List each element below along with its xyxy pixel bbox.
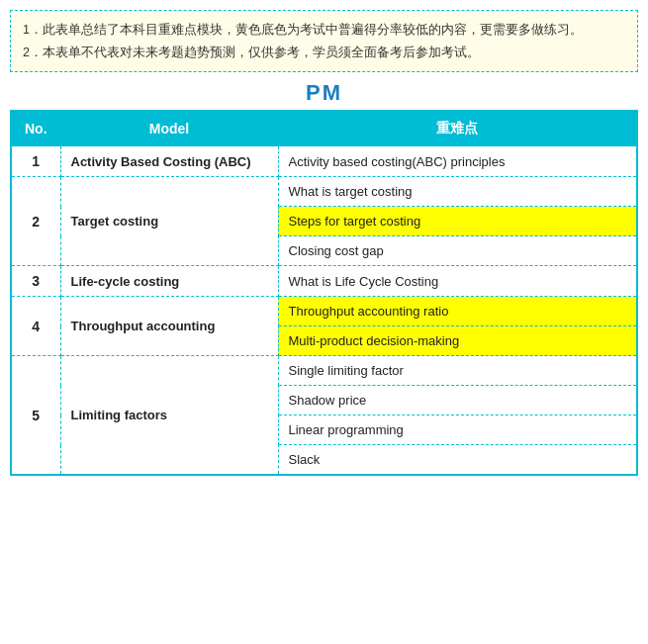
row-number: 3 bbox=[11, 266, 60, 297]
row-point: Single limiting factor bbox=[278, 356, 637, 386]
main-table: No. Model 重难点 1Activity Based Costing (A… bbox=[10, 110, 638, 476]
row-number: 1 bbox=[11, 146, 60, 177]
col-header-model: Model bbox=[60, 111, 278, 146]
table-row: 5Limiting factorsSingle limiting factor bbox=[11, 356, 637, 386]
row-number: 5 bbox=[11, 356, 60, 476]
row-number: 4 bbox=[11, 297, 60, 356]
row-point: Multi-product decision-making bbox=[278, 326, 637, 356]
notice-box: 1．此表单总结了本科目重难点模块，黄色底色为考试中普遍得分率较低的内容，更需要多… bbox=[10, 10, 638, 72]
row-model: Limiting factors bbox=[60, 356, 278, 476]
row-point: Slack bbox=[278, 445, 637, 476]
row-point: Closing cost gap bbox=[278, 236, 637, 266]
row-point: Steps for target costing bbox=[278, 207, 637, 236]
table-row: 4Throughput accountingThroughput account… bbox=[11, 297, 637, 326]
row-point: Linear programming bbox=[278, 415, 637, 445]
table-row: 3Life-cycle costingWhat is Life Cycle Co… bbox=[11, 266, 637, 297]
row-model: Life-cycle costing bbox=[60, 266, 278, 297]
row-point: Throughput accounting ratio bbox=[278, 297, 637, 326]
row-point: Shadow price bbox=[278, 386, 637, 415]
row-model: Activity Based Costing (ABC) bbox=[60, 146, 278, 177]
notice-line1: 1．此表单总结了本科目重难点模块，黄色底色为考试中普遍得分率较低的内容，更需要多… bbox=[23, 19, 625, 42]
row-point: Activity based costing(ABC) principles bbox=[278, 146, 637, 177]
row-number: 2 bbox=[11, 177, 60, 266]
col-header-no: No. bbox=[11, 111, 60, 146]
row-point: What is target costing bbox=[278, 177, 637, 207]
row-model: Throughput accounting bbox=[60, 297, 278, 356]
title-area: PM bbox=[0, 80, 648, 106]
table-container: No. Model 重难点 1Activity Based Costing (A… bbox=[10, 110, 638, 476]
page-title: PM bbox=[306, 80, 342, 105]
col-header-point: 重难点 bbox=[278, 111, 637, 146]
table-row: 2Target costingWhat is target costing bbox=[11, 177, 637, 207]
table-header-row: No. Model 重难点 bbox=[11, 111, 637, 146]
notice-line2: 2．本表单不代表对未来考题趋势预测，仅供参考，学员须全面备考后参加考试。 bbox=[23, 42, 625, 64]
row-point: What is Life Cycle Costing bbox=[278, 266, 637, 297]
row-model: Target costing bbox=[60, 177, 278, 266]
table-row: 1Activity Based Costing (ABC)Activity ba… bbox=[11, 146, 637, 177]
